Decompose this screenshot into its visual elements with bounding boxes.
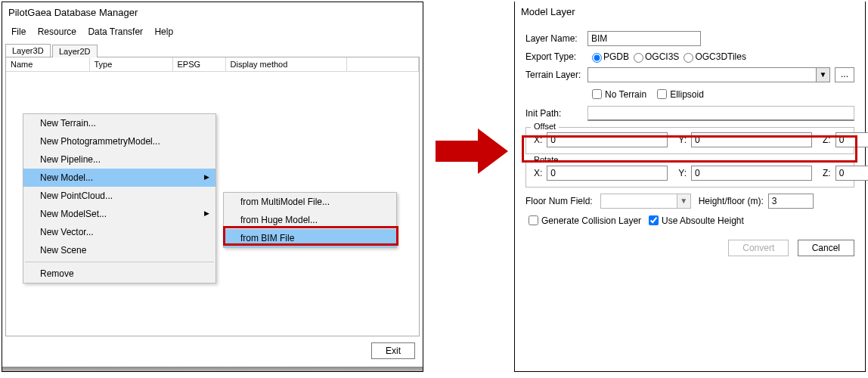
- mi-new-modelset[interactable]: New ModelSet... ▶: [23, 205, 215, 223]
- radio-ogci3s[interactable]: [634, 53, 643, 63]
- col-epsg[interactable]: EPSG: [172, 57, 225, 72]
- layer-name-label: Layer Name:: [525, 33, 587, 44]
- rotate-y-label: Y:: [678, 168, 687, 178]
- offset-x-label: X:: [534, 135, 542, 145]
- rotate-z-label: Z:: [823, 168, 831, 178]
- mi-new-model[interactable]: New Model... ▶: [23, 169, 215, 187]
- mi-from-multimodel[interactable]: from MultiModel File...: [224, 193, 396, 211]
- menu-help[interactable]: Help: [150, 24, 178, 39]
- col-name[interactable]: Name: [6, 57, 89, 72]
- tabs: Layer3D Layer2D: [5, 44, 420, 57]
- radio-pgdb-label: PGDB: [603, 51, 629, 62]
- radio-pgdb[interactable]: [592, 53, 602, 63]
- terrain-layer-combo[interactable]: ▼: [587, 67, 830, 82]
- offset-x-input[interactable]: [547, 132, 668, 147]
- gen-collision-checkbox[interactable]: [529, 215, 538, 225]
- submenu-arrow-icon: ▶: [204, 209, 209, 217]
- col-display-method[interactable]: Display method: [225, 57, 346, 72]
- window-title: PilotGaea Database Manager: [2, 2, 423, 23]
- radio-ogci3s-label: OGCI3S: [645, 51, 679, 62]
- svg-marker-0: [436, 129, 508, 174]
- layer-name-input[interactable]: [587, 31, 701, 46]
- menu-resource[interactable]: Resource: [33, 24, 81, 39]
- mi-remove[interactable]: Remove: [23, 265, 215, 283]
- mi-from-bim-file[interactable]: from BIM File: [224, 229, 396, 247]
- mi-from-huge-model[interactable]: from Huge Model...: [224, 211, 396, 229]
- height-floor-input[interactable]: [768, 194, 814, 209]
- rotate-x-input[interactable]: [547, 166, 668, 181]
- floor-field-label: Floor Num Field:: [525, 196, 593, 206]
- offset-fieldset: Offset X: Y: Z:: [525, 127, 854, 154]
- rotate-fieldset: Rotate X: Y: Z:: [525, 160, 854, 187]
- no-terrain-checkbox[interactable]: [592, 89, 602, 99]
- radio-ogc3dtiles[interactable]: [684, 53, 693, 63]
- radio-ogc3dtiles-label: OGC3DTiles: [695, 51, 746, 62]
- mi-new-modelset-label: New ModelSet...: [40, 209, 107, 219]
- rotate-x-label: X:: [534, 168, 542, 178]
- menubar: File Resource Data Transfer Help: [2, 23, 423, 42]
- height-floor-label: Height/floor (m):: [699, 196, 764, 206]
- gen-collision-label: Generate Collision Layer: [541, 215, 641, 226]
- mi-new-terrain[interactable]: New Terrain...: [23, 114, 215, 132]
- mi-new-vector[interactable]: New Vector...: [23, 223, 215, 241]
- col-spacer: [346, 57, 419, 72]
- chevron-down-icon[interactable]: ▼: [677, 194, 690, 208]
- chevron-down-icon[interactable]: ▼: [816, 68, 829, 82]
- init-path-label: Init Path:: [525, 108, 587, 119]
- submenu-arrow-icon: ▶: [204, 173, 209, 181]
- export-type-label: Export Type:: [525, 51, 587, 62]
- use-absolute-checkbox[interactable]: [649, 215, 659, 225]
- offset-z-label: Z:: [823, 135, 831, 145]
- offset-legend: Offset: [531, 122, 559, 131]
- ellipsoid-checkbox[interactable]: [657, 89, 667, 99]
- no-terrain-label: No Terrain: [605, 89, 646, 100]
- offset-y-input[interactable]: [691, 132, 812, 147]
- terrain-browse-button[interactable]: ...: [835, 67, 854, 82]
- dialog-title: Model Layer: [515, 2, 865, 22]
- context-menu: New Terrain... New PhotogrammetryModel..…: [23, 113, 216, 284]
- submenu-new-model: from MultiModel File... from Huge Model.…: [223, 192, 397, 248]
- init-path-input[interactable]: [587, 106, 854, 121]
- tab-layer3d[interactable]: Layer3D: [5, 44, 51, 57]
- col-type[interactable]: Type: [89, 57, 172, 72]
- model-layer-dialog: Model Layer Layer Name: Export Type: PGD…: [514, 2, 866, 372]
- exit-button[interactable]: Exit: [371, 342, 415, 359]
- tab-layer2d[interactable]: Layer2D: [52, 45, 98, 57]
- menu-data-transfer[interactable]: Data Transfer: [83, 24, 147, 39]
- use-absolute-label: Use Absoulte Height: [662, 215, 744, 226]
- convert-button[interactable]: Convert: [728, 240, 789, 256]
- offset-y-label: Y:: [678, 135, 687, 145]
- rotate-z-input[interactable]: [835, 166, 868, 181]
- mi-new-scene[interactable]: New Scene: [23, 241, 215, 259]
- mi-new-photogrammetry[interactable]: New PhotogrammetryModel...: [23, 132, 215, 150]
- mi-new-pointcloud[interactable]: New PointCloud...: [23, 187, 215, 205]
- terrain-layer-label: Terrain Layer:: [525, 70, 587, 80]
- red-arrow-icon: [436, 129, 508, 174]
- rotate-legend: Rotate: [531, 155, 561, 164]
- mi-new-model-label: New Model...: [40, 172, 93, 183]
- window-shadow: [2, 367, 423, 371]
- ellipsoid-label: Ellipsoid: [670, 89, 704, 100]
- floor-field-combo[interactable]: ▼: [600, 194, 691, 209]
- menu-file[interactable]: File: [7, 24, 30, 39]
- rotate-y-input[interactable]: [691, 166, 812, 181]
- cancel-button[interactable]: Cancel: [798, 240, 854, 256]
- menu-separator: [25, 262, 214, 262]
- offset-z-input[interactable]: [835, 132, 868, 147]
- mi-new-pipeline[interactable]: New Pipeline...: [23, 150, 215, 169]
